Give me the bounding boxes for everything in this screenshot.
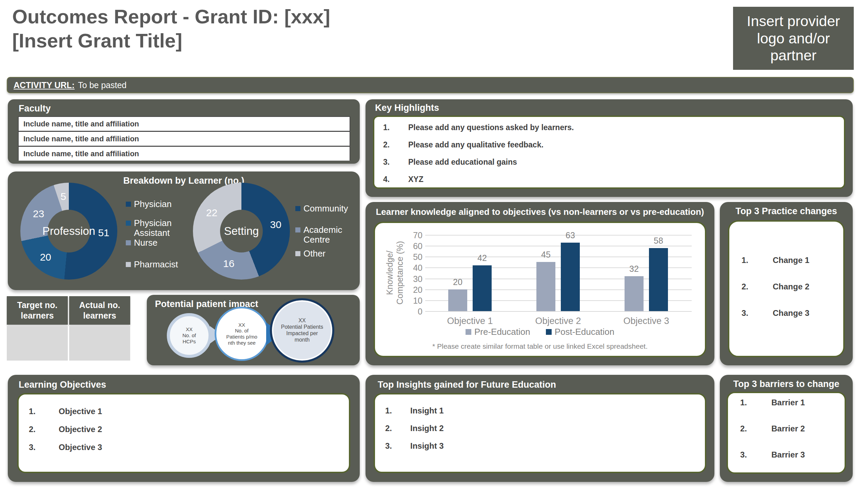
faculty-row[interactable]: Include name, title and affiliation <box>19 117 350 132</box>
bar-pre-education <box>536 262 555 311</box>
legend-swatch-icon <box>126 221 131 226</box>
chart-legend-label: Pre-Education <box>474 327 530 337</box>
circle-text-line: Potential Patients <box>281 324 323 330</box>
legend-label: Other <box>303 249 364 259</box>
target-learners-cell[interactable] <box>7 326 68 361</box>
circle-text-line: XX <box>226 322 257 328</box>
circle-text-line: XX <box>281 318 323 324</box>
learning-objectives-title: Learning Objectives <box>19 380 106 390</box>
bar-pre-education <box>448 289 467 311</box>
y-axis-tick-label: 60 <box>395 241 422 251</box>
legend-label: Academic Centre <box>303 225 364 244</box>
circle-text-line: Impacted per <box>281 330 323 337</box>
chart-footnote: * Please create similar format table or … <box>375 342 705 350</box>
faculty-row-text: Include name, title and affiliation <box>23 120 139 128</box>
faculty-row[interactable]: Include name, title and affiliation <box>19 132 350 147</box>
insights-card: 1.Insight 12.Insight 23.Insight 3 <box>374 393 706 473</box>
learning-objectives-panel: Learning Objectives 1.Objective 12.Objec… <box>8 375 360 482</box>
list-item-text: Objective 3 <box>59 443 102 452</box>
hcp-count-circle: XXNo. ofHCPs <box>167 313 212 358</box>
circle-text-line: HCPs <box>182 339 196 345</box>
donut-value-label: 20 <box>40 251 51 263</box>
bar-post-education <box>561 243 580 311</box>
faculty-row[interactable]: Include name, title and affiliation <box>19 147 350 161</box>
y-axis-tick-label: 40 <box>395 263 422 273</box>
x-axis-category-label: Objective 1 <box>433 316 507 326</box>
list-item-number: 2. <box>383 140 390 149</box>
barriers-card: 1.Barrier 12.Barrier 23.Barrier 3 <box>727 392 846 474</box>
actual-learners-cell[interactable] <box>69 326 130 361</box>
y-axis-tick-label: 0 <box>395 306 422 317</box>
gridline <box>425 311 692 312</box>
learners-table: Target no. learners Actual no. learners <box>7 296 130 361</box>
list-item-text: XYZ <box>408 175 423 184</box>
activity-url-label: ACTIVITY URL: <box>14 80 75 90</box>
list-item-text: Insight 1 <box>410 406 444 415</box>
legend-swatch-icon <box>126 202 131 207</box>
list-item-number: 3. <box>740 450 747 460</box>
donut-chart-profession: 5120235Profession <box>20 183 117 280</box>
legend-swatch-icon <box>466 329 471 335</box>
list-item-number: 1. <box>383 123 390 132</box>
chart-legend: Pre-EducationPost-Education <box>375 327 705 337</box>
potential-patients-circle: XXPotential PatientsImpacted permonth <box>270 298 334 363</box>
practice-changes-card: 1.Change 12.Change 23.Change 3 <box>728 220 845 357</box>
y-axis-tick-label: 50 <box>395 252 422 262</box>
faculty-rows: Include name, title and affiliationInclu… <box>18 116 350 160</box>
legend-item: Physician Assistant <box>126 218 194 238</box>
y-axis-tick-label: 70 <box>395 230 422 240</box>
gridline <box>425 246 692 246</box>
insights-title: Top Insights gained for Future Education <box>378 380 556 390</box>
provider-logo-placeholder[interactable]: Insert provider logo and/or partner <box>733 7 854 70</box>
key-highlights-card: 1.Please add any questions asked by lear… <box>373 116 845 189</box>
legend-swatch-icon <box>546 329 552 335</box>
donut-hole: Setting <box>220 210 263 252</box>
practice-changes-panel: Top 3 Practice changes 1.Change 12.Chang… <box>720 202 853 365</box>
list-item-number: 3. <box>383 158 390 167</box>
donut-center-label: Profession <box>42 225 95 238</box>
donut-chart-setting: 301622Setting <box>193 183 290 280</box>
list-item-text: Change 3 <box>773 308 809 318</box>
circle-text-line: No. of <box>182 332 196 339</box>
list-item-text: Please add any questions asked by learne… <box>408 123 574 132</box>
list-item-text: Objective 1 <box>59 407 102 416</box>
learner-knowledge-chart-card: Knowledge/Competance (%) 010203040506070… <box>374 222 706 357</box>
y-axis-tick-label: 30 <box>395 274 422 284</box>
list-item-number: 2. <box>385 424 392 433</box>
list-item-number: 1. <box>385 406 392 415</box>
activity-url-bar[interactable]: ACTIVITY URL: To be pasted <box>7 77 854 93</box>
circle-text-line: No. of <box>226 328 257 334</box>
legend-swatch-icon <box>126 240 131 245</box>
list-item-text: Please add educational gains <box>408 158 517 167</box>
insights-panel: Top Insights gained for Future Education… <box>366 375 714 482</box>
learner-knowledge-panel: Learner knowledge aligned to objectives … <box>366 202 714 365</box>
barriers-panel: Top 3 barriers to change 1.Barrier 12.Ba… <box>720 375 853 482</box>
legend-swatch-icon <box>295 206 300 211</box>
bar-pre-education <box>625 276 644 311</box>
donut-hole: Profession <box>47 210 90 252</box>
list-item-text: Insight 3 <box>410 441 444 451</box>
actual-learners-header: Actual no. learners <box>69 296 130 325</box>
circle-text-line: Patients p/mo <box>226 334 257 340</box>
list-item-number: 2. <box>740 424 747 433</box>
list-item-number: 1. <box>740 398 747 407</box>
list-item-number: 3. <box>742 308 748 318</box>
list-item-text: Change 2 <box>773 282 809 291</box>
page-title-line1: Outcomes Report - Grant ID: [xxx] <box>12 5 487 29</box>
legend-label: Physician Assistant <box>134 218 194 238</box>
bar-value-label: 20 <box>442 277 473 287</box>
legend-label: Community <box>303 204 364 214</box>
list-item-text: Insight 2 <box>410 424 444 433</box>
list-item-number: 2. <box>29 425 36 434</box>
circle-text-line: month <box>281 337 323 343</box>
legend-item: Nurse <box>126 238 194 248</box>
page-title-line2: [Insert Grant Title] <box>12 29 487 53</box>
patient-impact-panel: Potential patient impact XXNo. ofHCPs XX… <box>147 295 360 365</box>
donut-value-label: 30 <box>270 219 281 230</box>
list-item-number: 2. <box>742 282 748 291</box>
legend-item: Physician <box>126 199 194 209</box>
list-item-text: Change 1 <box>773 256 809 265</box>
legend-label: Pharmacist <box>134 260 194 269</box>
bar-value-label: 32 <box>619 264 649 274</box>
list-item-text: Barrier 2 <box>771 424 805 433</box>
